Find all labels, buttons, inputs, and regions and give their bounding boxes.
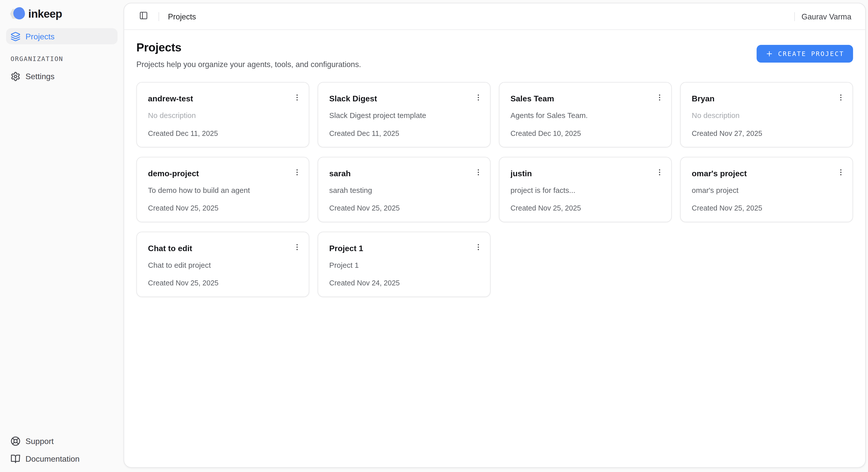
- project-card-description: No description: [692, 110, 828, 121]
- sidebar-item-label: Documentation: [26, 454, 80, 463]
- kebab-icon: [474, 243, 483, 252]
- project-card-created: Created Dec 10, 2025: [510, 129, 647, 139]
- project-card-menu-button[interactable]: [834, 165, 848, 180]
- project-card-created: Created Nov 27, 2025: [692, 129, 828, 139]
- project-card[interactable]: omar's project omar's project Created No…: [680, 157, 853, 222]
- kebab-icon: [293, 168, 302, 177]
- book-open-icon: [10, 453, 21, 464]
- sidebar-item-settings[interactable]: Settings: [6, 68, 118, 84]
- project-card[interactable]: Project 1 Project 1 Created Nov 24, 2025: [317, 232, 491, 297]
- project-card-description: project is for facts...: [510, 185, 647, 196]
- kebab-icon: [655, 93, 664, 102]
- page-title: Projects: [136, 41, 361, 55]
- sidebar-item-label: Projects: [26, 32, 55, 40]
- project-card-menu-button[interactable]: [471, 90, 486, 105]
- project-card[interactable]: Sales Team Agents for Sales Team. Create…: [499, 82, 672, 147]
- breadcrumb: Projects: [168, 12, 196, 21]
- page-header: Projects Projects help you organize your…: [136, 41, 853, 69]
- project-card-description: No description: [148, 110, 284, 121]
- project-card-description: Slack Digest project template: [329, 110, 466, 121]
- brand-name: inkeep: [28, 7, 62, 21]
- project-card-menu-button[interactable]: [471, 165, 486, 180]
- project-card[interactable]: Slack Digest Slack Digest project templa…: [317, 82, 491, 147]
- inkeep-logo-icon: [10, 7, 25, 21]
- user-menu[interactable]: Gaurav Varma: [801, 12, 851, 21]
- project-card-created: Created Nov 25, 2025: [692, 203, 828, 214]
- divider: [794, 12, 795, 21]
- page-subtitle: Projects help you organize your agents, …: [136, 60, 361, 69]
- project-card-menu-button[interactable]: [834, 90, 848, 105]
- project-card-title: Project 1: [329, 243, 466, 254]
- project-card[interactable]: andrew-test No description Created Dec 1…: [136, 82, 309, 147]
- project-card-title: omar's project: [692, 168, 828, 179]
- project-card-created: Created Nov 24, 2025: [329, 278, 466, 288]
- kebab-icon: [293, 243, 302, 252]
- top-bar: Projects Gaurav Varma: [124, 3, 865, 30]
- divider: [159, 12, 159, 21]
- project-card-title: sarah: [329, 168, 466, 179]
- project-card[interactable]: sarah sarah testing Created Nov 25, 2025: [317, 157, 491, 222]
- kebab-icon: [655, 168, 664, 177]
- sidebar-item-support[interactable]: Support: [6, 433, 118, 449]
- sidebar: inkeep Projects ORGANIZATION: [0, 0, 124, 472]
- project-card-description: omar's project: [692, 185, 828, 196]
- create-project-button[interactable]: CREATE PROJECT: [756, 45, 853, 63]
- project-card-menu-button[interactable]: [290, 165, 304, 180]
- project-card-created: Created Nov 25, 2025: [148, 203, 284, 214]
- kebab-icon: [836, 168, 845, 177]
- create-project-label: CREATE PROJECT: [778, 50, 844, 58]
- project-card-menu-button[interactable]: [652, 165, 667, 180]
- project-card-created: Created Dec 11, 2025: [148, 129, 284, 139]
- layers-icon: [10, 31, 21, 41]
- project-card[interactable]: Chat to edit Chat to edit project Create…: [136, 232, 309, 297]
- project-card-title: Chat to edit: [148, 243, 284, 254]
- project-card-title: Sales Team: [510, 93, 647, 104]
- sidebar-organization-nav: Settings: [6, 68, 118, 84]
- sidebar-item-documentation[interactable]: Documentation: [6, 450, 118, 467]
- panel-left-icon: [139, 11, 148, 22]
- project-card-created: Created Dec 11, 2025: [329, 129, 466, 139]
- kebab-icon: [474, 93, 483, 102]
- project-card-created: Created Nov 25, 2025: [510, 203, 647, 214]
- sidebar-footer: Support Documentation: [6, 433, 118, 467]
- sidebar-nav: Projects: [6, 28, 118, 44]
- project-card-title: Slack Digest: [329, 93, 466, 104]
- kebab-icon: [836, 93, 845, 102]
- sidebar-item-label: Settings: [26, 72, 55, 81]
- kebab-icon: [293, 93, 302, 102]
- project-card[interactable]: Bryan No description Created Nov 27, 202…: [680, 82, 853, 147]
- plus-icon: [765, 50, 773, 58]
- project-card-description: To demo how to build an agent: [148, 185, 284, 196]
- project-card-description: Project 1: [329, 260, 466, 271]
- project-card-title: justin: [510, 168, 647, 179]
- project-card-created: Created Nov 25, 2025: [148, 278, 284, 288]
- brand-logo: inkeep: [10, 7, 62, 21]
- project-card-title: andrew-test: [148, 93, 284, 104]
- projects-grid: andrew-test No description Created Dec 1…: [136, 82, 853, 297]
- sidebar-item-label: Support: [26, 436, 54, 445]
- project-card-description: Agents for Sales Team.: [510, 110, 647, 121]
- organization-section-label: ORGANIZATION: [10, 55, 63, 63]
- project-card-title: Bryan: [692, 93, 828, 104]
- project-card[interactable]: justin project is for facts... Created N…: [499, 157, 672, 222]
- project-card-menu-button[interactable]: [652, 90, 667, 105]
- project-card-description: Chat to edit project: [148, 260, 284, 271]
- project-card-description: sarah testing: [329, 185, 466, 196]
- project-card-menu-button[interactable]: [290, 240, 304, 254]
- app: inkeep Projects ORGANIZATION: [0, 0, 868, 472]
- projects-page: Projects Projects help you organize your…: [124, 30, 865, 297]
- project-card[interactable]: demo-project To demo how to build an age…: [136, 157, 309, 222]
- sidebar-toggle-button[interactable]: [136, 9, 151, 24]
- project-card-created: Created Nov 25, 2025: [329, 203, 466, 214]
- kebab-icon: [474, 168, 483, 177]
- project-card-title: demo-project: [148, 168, 284, 179]
- project-card-menu-button[interactable]: [290, 90, 304, 105]
- lifebuoy-icon: [10, 436, 21, 446]
- sidebar-item-projects[interactable]: Projects: [6, 28, 118, 44]
- project-card-menu-button[interactable]: [471, 240, 486, 254]
- main-panel: Projects Gaurav Varma Projects Projects …: [124, 3, 866, 468]
- gear-icon: [10, 71, 21, 81]
